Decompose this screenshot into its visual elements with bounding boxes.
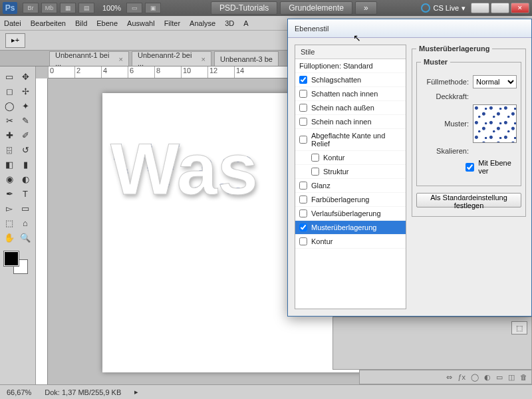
new-layer-icon[interactable]: ◫ [508,373,515,382]
window-close-button[interactable]: ✕ [511,3,529,13]
style-item-muster-berlagerung[interactable]: Musterüberlagerung [295,221,406,235]
style-checkbox[interactable] [299,182,307,190]
type-tool[interactable]: T [17,186,33,201]
menu-bearbeiten[interactable]: Bearbeiten [31,19,66,27]
style-checkbox[interactable] [299,209,307,217]
style-checkbox[interactable] [299,104,307,112]
styles-header[interactable]: Stile [295,45,406,59]
style-checkbox[interactable] [299,118,307,126]
pen-tool[interactable]: ✒ [1,186,17,201]
wand-tool[interactable]: ✦ [17,98,33,113]
move-tool[interactable]: ▭ [1,69,17,84]
style-checkbox[interactable] [299,223,307,231]
link-layers-icon[interactable]: ⇔ [446,373,452,382]
minibridge-button[interactable]: Mb [41,3,57,13]
arrange-button[interactable]: ▭ [126,3,142,13]
style-item-schein-nach-au-en[interactable]: Schein nach außen [295,101,406,115]
dodge-tool[interactable]: ◐ [17,172,33,186]
color-swatches[interactable] [1,250,34,277]
brush-tool[interactable]: ✐ [17,128,33,142]
status-zoom[interactable]: 66,67% [7,388,31,396]
workspace-tab-psdtutorials[interactable]: PSD-Tutorials [211,1,277,15]
close-icon[interactable]: × [201,55,205,63]
style-item-struktur[interactable]: Struktur [295,165,406,179]
style-checkbox[interactable] [299,136,307,144]
menu-analyse[interactable]: Analyse [190,19,215,27]
menu-filter[interactable]: Filter [164,19,180,27]
menu-ebene[interactable]: Ebene [96,19,118,27]
menu-3d[interactable]: 3D [225,19,234,27]
blendmode-select[interactable]: Normal [473,75,517,88]
style-checkbox[interactable] [299,90,307,98]
status-arrow-icon[interactable]: ▸ [134,388,138,396]
menu-a[interactable]: A [243,19,248,27]
gradient-tool[interactable]: ▮ [17,157,33,172]
close-icon[interactable]: × [119,55,123,63]
window-minimize-button[interactable]: — [471,3,489,13]
marquee-tool[interactable]: ◻ [1,84,17,98]
blur-tool[interactable]: ◉ [1,172,17,186]
delete-icon[interactable]: 🗑 [520,373,527,381]
3d-tool[interactable]: ⬚ [1,215,17,230]
view-extras2-button[interactable]: ▤ [78,3,94,13]
window-maximize-button[interactable]: ☐ [491,3,509,13]
bridge-button[interactable]: Br [23,3,39,13]
style-item-abgeflachte-kante-und-relief[interactable]: Abgeflachte Kante und Relief [295,129,406,151]
style-checkbox[interactable] [299,76,307,84]
eraser-tool[interactable]: ◧ [1,157,17,172]
style-item-schein-nach-innen[interactable]: Schein nach innen [295,115,406,129]
pattern-preview[interactable] [473,104,517,143]
menu-auswahl[interactable]: Auswahl [127,19,155,27]
link-with-layer-checkbox[interactable] [466,163,474,172]
zoom-level[interactable]: 100% [102,4,121,12]
zoom-tool[interactable]: 🔍 [17,230,33,245]
style-item-glanz[interactable]: Glanz [295,179,406,193]
layer-fx-icon[interactable]: ƒx [458,373,466,381]
style-checkbox[interactable] [311,168,319,176]
panel-collapse-icon[interactable]: ⬚ [511,321,527,334]
menu-datei[interactable]: Datei [4,19,21,27]
style-item-schatten-nach-innen[interactable]: Schatten nach innen [295,87,406,101]
move-tool-2[interactable]: ✥ [17,69,33,84]
style-item-kontur[interactable]: Kontur [295,235,406,249]
current-tool-indicator[interactable]: ▸+ [5,33,25,48]
set-default-button[interactable]: Als Standardeinstellung festlegen [416,193,521,207]
workspace-tab-grundelemente[interactable]: Grundelemente [280,1,352,15]
fill-options-item[interactable]: Fülloptionen: Standard [295,59,406,73]
style-checkbox[interactable] [299,237,307,245]
stamp-tool[interactable]: ⌹ [1,142,17,157]
status-docsize[interactable]: Dok: 1,37 MB/255,9 KB [45,388,121,396]
group-icon[interactable]: ▭ [496,373,503,382]
style-item-farb-berlagerung[interactable]: Farbüberlagerung [295,193,406,207]
style-checkbox[interactable] [311,154,319,162]
lasso-tool[interactable]: ◯ [1,98,17,113]
menu-bild[interactable]: Bild [75,19,87,27]
style-label: Glanz [311,182,331,190]
doc-tab-1[interactable]: Unbenannt-1 bei ...× [49,51,129,66]
ruler-vertical[interactable] [36,78,48,384]
screenmode-button[interactable]: ▣ [145,3,161,13]
style-item-schlagschatten[interactable]: Schlagschatten [295,73,406,87]
style-checkbox[interactable] [299,196,307,203]
eyedropper-tool[interactable]: ✎ [17,113,33,128]
style-item-kontur[interactable]: Kontur [295,151,406,165]
crop-tool[interactable]: ✂ [1,113,17,128]
doc-tab-3[interactable]: Unbenannt-3 be [214,51,279,66]
shape-tool[interactable]: ▭ [17,201,33,215]
doc-tab-2[interactable]: Unbenannt-2 bei ...× [132,51,211,66]
style-item-verlaufs-berlagerung[interactable]: Verlaufsüberlagerung [295,207,406,221]
link-with-layer-label: Mit Ebene ver [478,159,517,175]
workspace-more[interactable]: » [355,1,377,15]
heal-tool[interactable]: ✚ [1,128,17,142]
foreground-color[interactable] [4,251,19,266]
cslive-menu[interactable]: CS Live▾ [421,3,466,13]
view-extras-button[interactable]: ▦ [60,3,76,13]
camera-tool[interactable]: ⌂ [17,215,33,230]
move-tool-b[interactable]: ✢ [17,84,33,98]
adjustment-icon[interactable]: ◐ [484,373,491,382]
dialog-titlebar[interactable]: Ebenenstil [288,19,531,38]
path-tool[interactable]: ▻ [1,201,17,215]
history-tool[interactable]: ↺ [17,142,33,157]
hand-tool[interactable]: ✋ [1,230,17,245]
layer-mask-icon[interactable]: ◯ [471,373,479,382]
